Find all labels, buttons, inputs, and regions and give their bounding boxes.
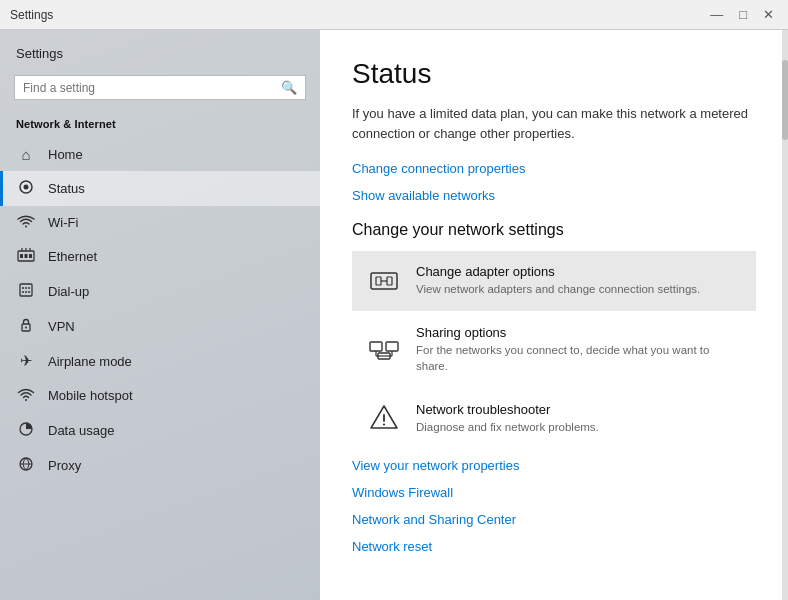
- sidebar-item-status[interactable]: Status: [0, 171, 320, 206]
- sidebar-item-datausage[interactable]: Data usage: [0, 413, 320, 448]
- sidebar-item-label: Data usage: [48, 423, 115, 438]
- scrollbar-thumb[interactable]: [782, 60, 788, 140]
- svg-rect-25: [370, 342, 382, 351]
- sidebar-item-wifi[interactable]: Wi-Fi: [0, 206, 320, 239]
- sidebar-item-label: Mobile hotspot: [48, 388, 133, 403]
- minimize-button[interactable]: —: [706, 8, 727, 21]
- ethernet-icon: [16, 247, 36, 266]
- maximize-button[interactable]: □: [735, 8, 751, 21]
- sidebar-item-dialup[interactable]: Dial-up: [0, 274, 320, 309]
- svg-point-12: [28, 287, 30, 289]
- sidebar-item-hotspot[interactable]: Mobile hotspot: [0, 378, 320, 413]
- svg-point-14: [25, 291, 27, 293]
- proxy-icon: [16, 456, 36, 475]
- sidebar-item-proxy[interactable]: Proxy: [0, 448, 320, 483]
- status-icon: [16, 179, 36, 198]
- sidebar-item-label: VPN: [48, 319, 75, 334]
- sidebar-item-label: Proxy: [48, 458, 81, 473]
- vpn-icon: [16, 317, 36, 336]
- adapter-options-text: Change adapter options View network adap…: [416, 264, 700, 297]
- troubleshooter-icon: [366, 400, 402, 436]
- view-properties-link[interactable]: View your network properties: [352, 458, 756, 473]
- svg-point-13: [22, 291, 24, 293]
- sharing-options-desc: For the networks you connect to, decide …: [416, 342, 742, 374]
- main-layout: Settings 🔍 Network & Internet ⌂ Home Sta…: [0, 30, 788, 600]
- svg-point-17: [25, 327, 27, 329]
- search-icon[interactable]: 🔍: [281, 80, 297, 95]
- svg-rect-9: [20, 284, 32, 296]
- search-box: 🔍: [14, 75, 306, 100]
- svg-rect-7: [25, 254, 28, 258]
- troubleshooter-desc: Diagnose and fix network problems.: [416, 419, 599, 435]
- home-icon: ⌂: [16, 146, 36, 163]
- sidebar-item-label: Home: [48, 147, 83, 162]
- svg-rect-8: [29, 254, 32, 258]
- sharing-options-text: Sharing options For the networks you con…: [416, 325, 742, 374]
- svg-rect-22: [376, 277, 381, 285]
- close-button[interactable]: ✕: [759, 8, 778, 21]
- svg-rect-6: [20, 254, 23, 258]
- show-available-link[interactable]: Show available networks: [352, 188, 756, 203]
- sharing-options-item[interactable]: Sharing options For the networks you con…: [352, 313, 756, 386]
- dialup-icon: [16, 282, 36, 301]
- svg-point-34: [383, 424, 385, 426]
- sharing-center-link[interactable]: Network and Sharing Center: [352, 512, 756, 527]
- sidebar-item-label: Dial-up: [48, 284, 89, 299]
- svg-rect-23: [387, 277, 392, 285]
- search-input[interactable]: [23, 81, 281, 95]
- scrollbar[interactable]: [782, 30, 788, 600]
- sidebar-item-label: Airplane mode: [48, 354, 132, 369]
- network-reset-link[interactable]: Network reset: [352, 539, 756, 554]
- sidebar-item-label: Ethernet: [48, 249, 97, 264]
- sidebar-item-label: Status: [48, 181, 85, 196]
- content-area: Status If you have a limited data plan, …: [320, 30, 788, 600]
- title-bar: Settings — □ ✕: [0, 0, 788, 30]
- sidebar-item-home[interactable]: ⌂ Home: [0, 138, 320, 171]
- airplane-icon: ✈: [16, 352, 36, 370]
- troubleshooter-text: Network troubleshooter Diagnose and fix …: [416, 402, 599, 435]
- network-settings-title: Change your network settings: [352, 221, 756, 239]
- svg-point-1: [24, 185, 29, 190]
- adapter-icon: [366, 263, 402, 299]
- section-label: Network & Internet: [0, 114, 320, 138]
- hotspot-icon: [16, 386, 36, 405]
- sidebar-header: Settings: [0, 30, 320, 69]
- window-controls: — □ ✕: [706, 8, 778, 21]
- description-text: If you have a limited data plan, you can…: [352, 104, 756, 143]
- troubleshooter-item[interactable]: Network troubleshooter Diagnose and fix …: [352, 388, 756, 448]
- datausage-icon: [16, 421, 36, 440]
- troubleshooter-title: Network troubleshooter: [416, 402, 599, 417]
- svg-point-10: [22, 287, 24, 289]
- firewall-link[interactable]: Windows Firewall: [352, 485, 756, 500]
- change-connection-link[interactable]: Change connection properties: [352, 161, 756, 176]
- adapter-options-item[interactable]: Change adapter options View network adap…: [352, 251, 756, 311]
- sidebar-item-airplane[interactable]: ✈ Airplane mode: [0, 344, 320, 378]
- svg-point-11: [25, 287, 27, 289]
- sharing-icon: [366, 332, 402, 368]
- sidebar-item-label: Wi-Fi: [48, 215, 78, 230]
- wifi-icon: [16, 214, 36, 231]
- svg-point-15: [28, 291, 30, 293]
- page-title: Status: [352, 58, 756, 90]
- adapter-options-title: Change adapter options: [416, 264, 700, 279]
- sidebar-item-vpn[interactable]: VPN: [0, 309, 320, 344]
- adapter-options-desc: View network adapters and change connect…: [416, 281, 700, 297]
- sidebar-item-ethernet[interactable]: Ethernet: [0, 239, 320, 274]
- window-title: Settings: [10, 8, 53, 22]
- svg-rect-26: [386, 342, 398, 351]
- sharing-options-title: Sharing options: [416, 325, 742, 340]
- sidebar: Settings 🔍 Network & Internet ⌂ Home Sta…: [0, 30, 320, 600]
